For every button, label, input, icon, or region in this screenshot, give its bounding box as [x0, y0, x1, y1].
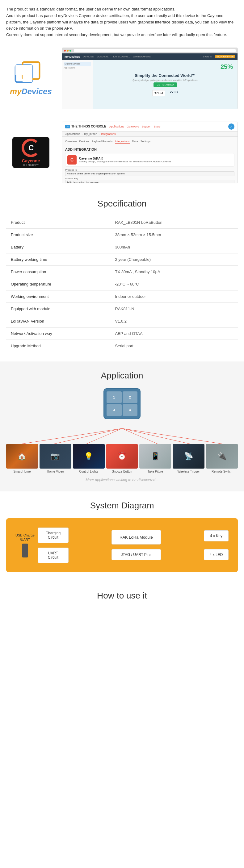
app-item: Remote Switch: [206, 444, 238, 473]
usb-connector-icon: [22, 544, 28, 557]
center-col: RAK LoRa Module JTAG / UART Pins: [72, 530, 201, 560]
device-button-3[interactable]: 3: [106, 404, 122, 416]
access-key-field: Access Key 1e5a here set on the console: [65, 177, 235, 183]
spec-row: Working environment Indoor or outdoor: [6, 290, 238, 303]
left-col: ChargingCircuit UARTCircuit: [38, 528, 68, 563]
system-title: System Diagram: [6, 501, 238, 510]
app-item: Smart Home: [6, 444, 38, 473]
get-started-btn[interactable]: GET STARTED: [153, 83, 177, 87]
spec-section: Specification Product RAK_LB801N LoRaBut…: [0, 189, 244, 362]
application-title: Application: [6, 371, 238, 381]
spec-value: Serial port: [111, 340, 238, 352]
spec-title: Specification: [6, 199, 238, 209]
app-img-take-piture: [139, 444, 171, 469]
device-button-4[interactable]: 4: [123, 404, 138, 416]
connector-lines: [6, 429, 238, 444]
key-box: 4 x Key: [204, 530, 228, 541]
tab-overview[interactable]: Overview: [65, 140, 77, 144]
spec-value: V1.0.2: [111, 315, 238, 327]
tab-integrations[interactable]: Integrations: [115, 140, 130, 144]
spec-label: Operating temperature: [6, 278, 111, 290]
devices-text: Devices: [22, 87, 52, 96]
process-id-label: Process ID: [65, 168, 235, 171]
spec-label: Network Activation way: [6, 327, 111, 340]
key-label: 4 x Key: [210, 534, 222, 538]
tab-settings[interactable]: Settings: [141, 140, 151, 144]
cayenne-subnav: Applications › my_button › Integrations: [62, 131, 238, 137]
spec-row: Operating temperature -20°C ~ 60°C: [6, 278, 238, 290]
tab-devices[interactable]: Devices: [80, 140, 89, 144]
percent-gauge: 25%: [220, 63, 233, 70]
spec-label: Equipped with module: [6, 303, 111, 315]
cayenne-int-details: Cayenne (AKAII) Quickly design, prototyp…: [79, 157, 171, 163]
app-img-smart-home: [6, 444, 38, 469]
tab-data[interactable]: Data: [132, 140, 138, 144]
howto-title: How to use it: [6, 591, 238, 601]
svg-line-10: [122, 429, 222, 444]
jtag-label: JTAG / UART Pins: [121, 553, 152, 557]
cayenne-int-name: Cayenne (AKAII): [79, 157, 171, 160]
cayenne-header: ☁ THE THINGS CONSOLE Applications Gatewa…: [62, 122, 238, 131]
svg-line-8: [122, 429, 157, 444]
spec-label: Upgrade Method: [6, 340, 111, 352]
jtag-box: JTAG / UART Pins: [112, 549, 161, 560]
cayenne-user-avatar: A: [228, 123, 235, 130]
spec-value: -20°C ~ 60°C: [111, 278, 238, 290]
app-label: Smart Home: [13, 470, 31, 473]
spec-label: Battery working time: [6, 253, 111, 266]
device-img: 1234: [103, 388, 141, 419]
spec-row: Battery working time 2 year (Chargeable): [6, 253, 238, 266]
spec-value: TX 30mA , Standby 10μA: [111, 266, 238, 278]
app-item: Control Lights: [73, 444, 105, 473]
spec-row: Network Activation way ABP and OTAA: [6, 327, 238, 340]
cayenne-name: Cayenne: [22, 158, 40, 163]
spec-value: 300mAh: [111, 241, 238, 253]
charging-circuit-box: ChargingCircuit: [38, 528, 68, 543]
spec-label: Battery: [6, 241, 111, 253]
spec-value: Indoor or outdoor: [111, 290, 238, 303]
right-col: 4 x Key 4 x LED: [204, 530, 228, 560]
cayenne-form-title: ADD INTEGRATION: [65, 148, 235, 151]
spec-value: ABP and OTAA: [111, 327, 238, 340]
intro-section: The product has a standard data format, …: [0, 0, 244, 41]
intro-text-1: The product has a standard data format, …: [6, 6, 238, 13]
cayenne-logo-box: C Cayenne IoT Ready™: [12, 137, 50, 168]
cayenne-logo: C Cayenne IoT Ready™: [6, 137, 56, 168]
app-img-control-lights: [73, 444, 105, 469]
app-img-home-video: [39, 444, 71, 469]
cayenne-int-desc: Quickly design, prototype and commercial…: [79, 160, 171, 163]
app-label: Snooze Button: [112, 470, 132, 473]
cayenne-integration-item: C Cayenne (AKAII) Quickly design, protot…: [65, 153, 235, 167]
svg-line-6: [54, 429, 122, 444]
spec-row: Product RAK_LB801N LoRaButton: [6, 216, 238, 229]
spec-row: Upgrade Method Serial port: [6, 340, 238, 352]
device-button-2[interactable]: 2: [123, 392, 138, 403]
spec-value: RAK_LB801N LoRaButton: [111, 216, 238, 229]
spec-table: Product RAK_LB801N LoRaButton Product si…: [6, 216, 238, 352]
app-label: Home Video: [47, 470, 64, 473]
my-text: my: [10, 87, 22, 96]
spec-value: RAK811-N: [111, 303, 238, 315]
mydevices-logo-text: myDevices: [10, 87, 52, 96]
spec-row: Battery 300mAh: [6, 241, 238, 253]
mydevices-screenshot: my Devices DEVICES LOADING... IOT BLUEPR…: [62, 48, 238, 109]
cayenne-badge: IoT Ready™: [23, 163, 39, 166]
cayenne-section: C Cayenne IoT Ready™ ☁ THE THINGS CONSOL…: [0, 116, 244, 189]
tab-payload[interactable]: Payload Formats: [92, 140, 113, 144]
cayenne-c-icon: C: [22, 138, 40, 157]
device-button-1[interactable]: 1: [106, 392, 122, 403]
mydevices-logo-icon: [14, 61, 48, 87]
spec-row: Equipped with module RAK811-N: [6, 303, 238, 315]
spec-label: LoRaWAN Version: [6, 315, 111, 327]
app-label: Control Lights: [79, 470, 98, 473]
app-item: Wireless Trigger: [173, 444, 205, 473]
lora-module-box: RAK LoRa Module: [112, 530, 161, 545]
app-label: Remote Switch: [212, 470, 232, 473]
application-images: Smart Home Home Video Control Lights Sno…: [6, 444, 238, 473]
spec-label: Power consumption: [6, 266, 111, 278]
access-key-value[interactable]: 1e5a here set on the console: [65, 180, 235, 183]
spec-row: LoRaWAN Version V1.0.2: [6, 315, 238, 327]
app-item: Take Piture: [139, 444, 171, 473]
more-apps-text: More applications waiting to be discover…: [6, 478, 238, 482]
process-id-value[interactable]: Not sure of the use of this original per…: [65, 171, 235, 176]
